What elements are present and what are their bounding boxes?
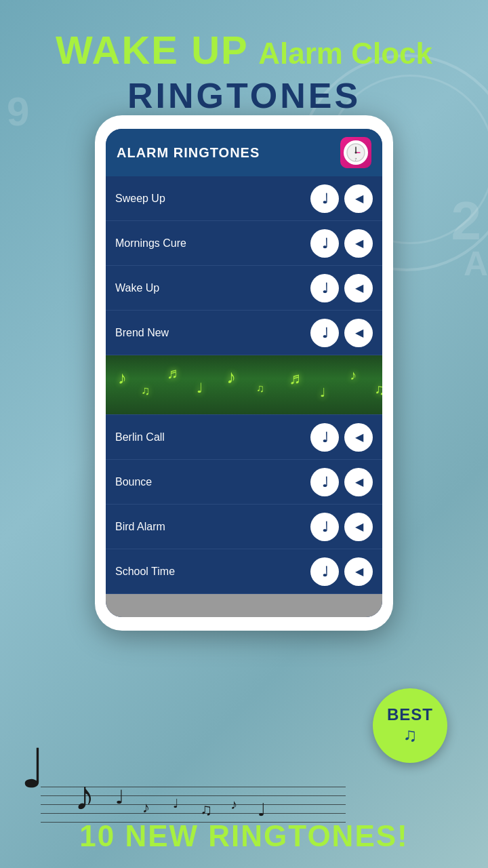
music-note: ♫ bbox=[256, 382, 264, 395]
staff-note: ♩ bbox=[115, 786, 124, 808]
music-note: ♫ bbox=[374, 381, 382, 399]
ringtone-controls: ♩ ◀ bbox=[310, 274, 373, 302]
note-icon: ♩ bbox=[322, 429, 328, 446]
ringtone-controls: ♩ ◀ bbox=[310, 423, 373, 452]
back-icon: ◀ bbox=[355, 237, 363, 250]
ringtone-item: Bounce ♩ ◀ bbox=[106, 460, 382, 505]
bottom-medium-note: ♪ bbox=[75, 772, 95, 819]
back-button[interactable]: ◀ bbox=[344, 423, 373, 452]
back-icon: ◀ bbox=[355, 565, 363, 578]
ringtones-sub-text: RINGTONES bbox=[0, 75, 488, 116]
music-note: ♩ bbox=[320, 385, 325, 400]
music-note: ♪ bbox=[118, 368, 127, 389]
music-note: ♩ bbox=[197, 380, 203, 396]
back-button[interactable]: ◀ bbox=[344, 229, 373, 258]
bottom-large-note: ♩ bbox=[20, 737, 46, 800]
bg-number-a: A bbox=[464, 244, 488, 283]
ringtone-item: Sweep Up ♩ ◀ bbox=[106, 176, 382, 221]
note-icon: ♩ bbox=[322, 235, 328, 252]
app-header: ALARM RINGTONES 7 bbox=[106, 129, 382, 176]
back-button[interactable]: ◀ bbox=[344, 184, 373, 213]
back-button[interactable]: ◀ bbox=[344, 557, 373, 586]
note-icon: ♩ bbox=[322, 191, 328, 207]
ringtone-item: School Time ♩ ◀ bbox=[106, 549, 382, 594]
floating-notes: ♪ ♫ ♬ ♩ ♪ ♫ ♬ ♩ ♪ ♫ bbox=[106, 355, 382, 414]
clock-icon: 7 bbox=[344, 140, 368, 165]
music-note: ♬ bbox=[167, 365, 178, 382]
phone-mockup: ALARM RINGTONES 7 Sweep Up bbox=[95, 115, 393, 631]
ringtone-name: Sweep Up bbox=[115, 193, 310, 205]
note-icon: ♩ bbox=[322, 519, 328, 535]
note-icon: ♩ bbox=[322, 474, 328, 490]
best-badge: BEST ♫ bbox=[373, 688, 447, 763]
ringtone-item: Mornings Cure ♩ ◀ bbox=[106, 221, 382, 266]
bg-number-2: 2 bbox=[451, 190, 482, 252]
best-label: BEST bbox=[387, 705, 433, 724]
promo-label: 10 NEW RINGTONES! bbox=[79, 819, 408, 852]
staff-note: ♫ bbox=[200, 800, 212, 819]
back-button[interactable]: ◀ bbox=[344, 274, 373, 302]
ringtone-item: Berlin Call ♩ ◀ bbox=[106, 415, 382, 460]
app-icon[interactable]: 7 bbox=[340, 137, 371, 168]
ringtone-controls: ♩ ◀ bbox=[310, 184, 373, 213]
phone-screen: ALARM RINGTONES 7 Sweep Up bbox=[106, 129, 382, 617]
back-icon: ◀ bbox=[355, 192, 363, 205]
music-note: ♬ bbox=[289, 369, 301, 388]
svg-text:7: 7 bbox=[355, 157, 357, 161]
ringtone-controls: ♩ ◀ bbox=[310, 513, 373, 541]
back-icon: ◀ bbox=[355, 326, 363, 339]
staff-note: ♪ bbox=[230, 797, 237, 812]
best-note-icon: ♫ bbox=[403, 724, 418, 746]
header-title: ALARM RINGTONES bbox=[117, 145, 260, 161]
bottom-bar bbox=[106, 594, 382, 617]
ringtone-name: Berlin Call bbox=[115, 431, 310, 443]
music-notes-banner: ♪ ♫ ♬ ♩ ♪ ♫ ♬ ♩ ♪ ♫ bbox=[106, 355, 382, 415]
play-button[interactable]: ♩ bbox=[310, 274, 339, 302]
ringtone-controls: ♩ ◀ bbox=[310, 319, 373, 347]
staff-note: ♩ bbox=[258, 800, 266, 821]
ringtone-controls: ♩ ◀ bbox=[310, 229, 373, 258]
staff-note: ♩ bbox=[173, 796, 178, 811]
alarm-clock-text: Alarm Clock bbox=[258, 37, 432, 70]
play-button[interactable]: ♩ bbox=[310, 468, 339, 496]
ringtone-item: Wake Up ♩ ◀ bbox=[106, 266, 382, 311]
ringtone-controls: ♩ ◀ bbox=[310, 468, 373, 496]
ringtone-name: Wake Up bbox=[115, 282, 310, 294]
ringtone-name: School Time bbox=[115, 566, 310, 578]
wake-up-text: WAKE UP bbox=[56, 28, 249, 72]
ringtone-name: Bird Alarm bbox=[115, 521, 310, 533]
ringtone-list: Sweep Up ♩ ◀ Mornings Cure ♩ bbox=[106, 176, 382, 617]
ringtone-name: Brend New bbox=[115, 327, 310, 339]
music-note: ♪ bbox=[226, 366, 236, 388]
music-note: ♫ bbox=[141, 384, 150, 398]
music-note: ♪ bbox=[350, 368, 357, 383]
play-button[interactable]: ♩ bbox=[310, 557, 339, 586]
note-icon: ♩ bbox=[322, 564, 328, 580]
top-title-area: WAKE UP Alarm Clock RINGTONES bbox=[0, 27, 488, 116]
back-icon: ◀ bbox=[355, 431, 363, 443]
play-button[interactable]: ♩ bbox=[310, 229, 339, 258]
bottom-promo-text: 10 NEW RINGTONES! bbox=[0, 819, 488, 853]
play-button[interactable]: ♩ bbox=[310, 319, 339, 347]
play-button[interactable]: ♩ bbox=[310, 184, 339, 213]
ringtone-name: Bounce bbox=[115, 476, 310, 488]
play-button[interactable]: ♩ bbox=[310, 423, 339, 452]
staff-note: ♪ bbox=[142, 799, 150, 816]
ringtone-item: Bird Alarm ♩ ◀ bbox=[106, 505, 382, 549]
back-icon: ◀ bbox=[355, 520, 363, 533]
play-button[interactable]: ♩ bbox=[310, 513, 339, 541]
back-button[interactable]: ◀ bbox=[344, 468, 373, 496]
back-icon: ◀ bbox=[355, 475, 363, 488]
note-icon: ♩ bbox=[322, 280, 328, 296]
ringtone-name: Mornings Cure bbox=[115, 237, 310, 250]
back-button[interactable]: ◀ bbox=[344, 319, 373, 347]
back-button[interactable]: ◀ bbox=[344, 513, 373, 541]
note-icon: ♩ bbox=[322, 325, 328, 341]
back-icon: ◀ bbox=[355, 281, 363, 294]
ringtone-item: Brend New ♩ ◀ bbox=[106, 311, 382, 355]
svg-point-3 bbox=[355, 152, 357, 154]
ringtone-controls: ♩ ◀ bbox=[310, 557, 373, 586]
